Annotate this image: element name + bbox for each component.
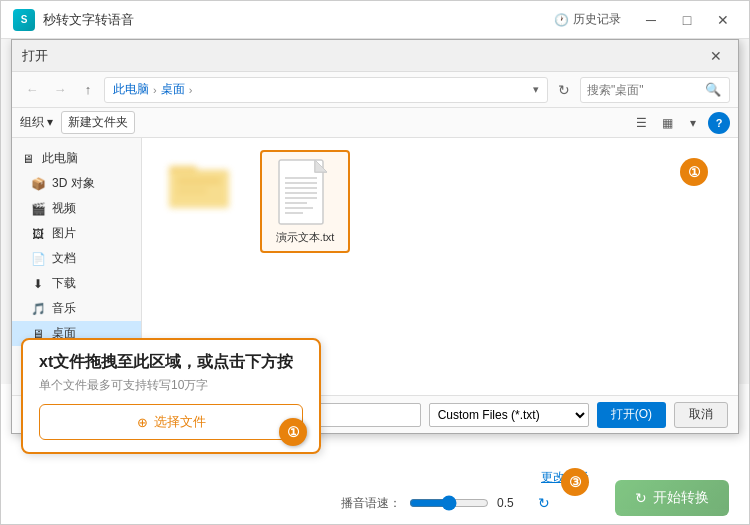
title-bar: S 秒转文字转语音 🕐 历史记录 ─ □ ✕ (1, 1, 749, 39)
sidebar-item-docs[interactable]: 📄 文档 (12, 246, 141, 271)
dialog-toolbar: ← → ↑ 此电脑 › 桌面 › ▾ ↻ 🔍 (12, 72, 738, 108)
breadcrumb-sep1: › (153, 84, 157, 96)
txt-file-icon (277, 158, 333, 226)
folder-icon (167, 158, 231, 210)
clock-icon: 🕐 (554, 13, 569, 27)
svg-rect-4 (177, 188, 207, 194)
view-dropdown-button[interactable]: ▾ (682, 112, 704, 134)
dialog-title: 打开 (22, 47, 48, 65)
computer-icon: 🖥 (20, 151, 36, 167)
sidebar-item-computer[interactable]: 🖥 此电脑 (12, 146, 141, 171)
txt-file-item[interactable]: 演示文本.txt (260, 150, 350, 253)
breadcrumb: 此电脑 › 桌面 › ▾ (104, 77, 548, 103)
search-bar: 🔍 (580, 77, 730, 103)
sidebar-item-download[interactable]: ⬇ 下载 (12, 271, 141, 296)
music-icon: 🎵 (30, 301, 46, 317)
app-window: S 秒转文字转语音 🕐 历史记录 ─ □ ✕ 打开 ✕ ← (0, 0, 750, 525)
folder-item-blurred[interactable] (154, 150, 244, 222)
organize-button[interactable]: 组织 ▾ (20, 114, 53, 131)
view-list-button[interactable]: ☰ (630, 112, 652, 134)
app-logo: S (13, 9, 35, 31)
help-button[interactable]: ? (708, 112, 730, 134)
close-button[interactable]: ✕ (709, 6, 737, 34)
dialog-title-bar: 打开 ✕ (12, 40, 738, 72)
view-details-button[interactable]: ▦ (656, 112, 678, 134)
cancel-button[interactable]: 取消 (674, 402, 728, 428)
3d-icon: 📦 (30, 176, 46, 192)
drop-zone-subtitle: 单个文件最多可支持转写10万字 (39, 377, 303, 394)
image-icon: 🖼 (30, 226, 46, 242)
sidebar-item-video[interactable]: 🎬 视频 (12, 196, 141, 221)
start-icon: ↻ (635, 490, 647, 506)
up-button[interactable]: ↑ (76, 78, 100, 102)
breadcrumb-dropdown-icon[interactable]: ▾ (533, 83, 539, 96)
sidebar-item-image[interactable]: 🖼 图片 (12, 221, 141, 246)
sidebar-item-3d[interactable]: 📦 3D 对象 (12, 171, 141, 196)
open-button[interactable]: 打开(O) (597, 402, 666, 428)
txt-file-name: 演示文本.txt (276, 230, 335, 245)
docs-icon: 📄 (30, 251, 46, 267)
main-content: 打开 ✕ ← → ↑ 此电脑 › 桌面 › ▾ ↻ 🔍 (1, 39, 749, 524)
start-badge-3: ③ (561, 468, 589, 496)
start-label: 开始转换 (653, 489, 709, 507)
view-controls: ☰ ▦ ▾ ? (630, 112, 730, 134)
breadcrumb-sep2: › (189, 84, 193, 96)
download-icon: ⬇ (30, 276, 46, 292)
speed-slider[interactable] (409, 495, 489, 511)
minimize-button[interactable]: ─ (637, 6, 665, 34)
select-file-button[interactable]: ⊕ 选择文件 (39, 404, 303, 440)
svg-rect-3 (177, 178, 221, 184)
video-icon: 🎬 (30, 201, 46, 217)
dialog-subbar: 组织 ▾ 新建文件夹 ☰ ▦ ▾ ? (12, 108, 738, 138)
refresh-button[interactable]: ↻ (552, 78, 576, 102)
history-button[interactable]: 🕐 历史记录 (546, 7, 629, 32)
back-button[interactable]: ← (20, 78, 44, 102)
select-file-icon: ⊕ (137, 415, 148, 430)
sidebar-item-music[interactable]: 🎵 音乐 (12, 296, 141, 321)
speed-label: 播音语速： (341, 495, 401, 512)
forward-button[interactable]: → (48, 78, 72, 102)
speed-value: 0.5 (497, 496, 525, 510)
search-input[interactable] (581, 83, 701, 97)
app-title: 秒转文字转语音 (43, 11, 546, 29)
maximize-button[interactable]: □ (673, 6, 701, 34)
title-bar-controls: 🕐 历史记录 ─ □ ✕ (546, 6, 737, 34)
drop-zone-title: xt文件拖拽至此区域，或点击下方按 (39, 352, 303, 373)
filetype-select[interactable]: Custom Files (*.txt) (429, 403, 589, 427)
breadcrumb-desktop[interactable]: 桌面 (161, 81, 185, 98)
speed-refresh-icon[interactable]: ↻ (533, 492, 555, 514)
start-convert-button[interactable]: ↻ 开始转换 (615, 480, 729, 516)
search-icon[interactable]: 🔍 (701, 78, 725, 102)
arrow-badge-1: ① (276, 415, 310, 452)
breadcrumb-computer[interactable]: 此电脑 (113, 81, 149, 98)
new-folder-button[interactable]: 新建文件夹 (61, 111, 135, 134)
dialog-close-button[interactable]: ✕ (704, 46, 728, 66)
file-badge-1: ① (680, 158, 708, 186)
svg-text:①: ① (287, 424, 300, 440)
bottom-controls-bar: 播音语速： 0.5 ↻ (341, 492, 589, 514)
